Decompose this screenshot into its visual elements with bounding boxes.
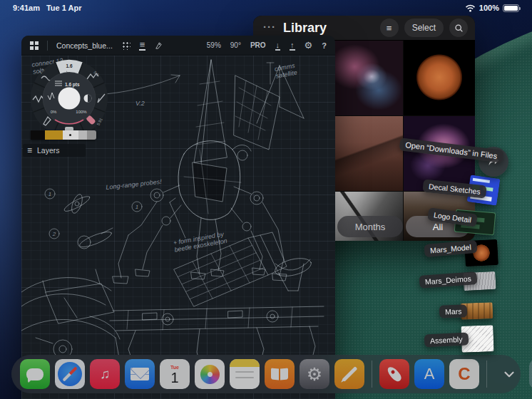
pen-mode-icon[interactable] [154,41,163,50]
chevron-down-icon [501,366,517,382]
dock-divider [372,361,372,388]
search-icon [454,24,464,33]
dock-icon-messages[interactable] [20,359,50,389]
segment-months[interactable]: Months [337,216,403,237]
status-bar: 9:41am Tue 1 Apr 100% [0,0,532,16]
mail-envelope-icon [131,368,149,380]
ipad-screen: 9:41am Tue 1 Apr 100% ··· Library ≡ [0,0,532,399]
pen-icon [342,366,357,382]
opacity-min-label: 0% [51,110,57,114]
safari-compass-icon [58,362,82,386]
dock-icon-music[interactable]: ♫ [90,359,120,389]
status-time: 9:41am [13,4,40,12]
status-date: Tue 1 Apr [46,4,82,12]
dock-icon-app-store[interactable]: A [414,359,444,389]
opacity-max-label: 100% [76,110,87,114]
circled-number-2: 2 [52,231,56,237]
filter-button[interactable]: ≡ [380,19,399,37]
photos-flower-icon [200,365,220,384]
gear-icon: ⚙ [307,364,322,385]
wifi-icon [465,4,476,12]
help-button[interactable]: ? [322,41,327,50]
open-book-icon [271,368,288,380]
dock-icon-notes[interactable] [230,359,260,389]
active-tool-size: 1.6 [66,63,72,68]
stroke-size-label[interactable]: 1.6 pts [65,82,80,88]
drag-label: Assembly [424,332,469,347]
grid-settings-icon[interactable] [121,41,131,50]
photos-title: Library [283,21,327,36]
circled-number-1b: 1 [135,204,138,210]
battery-percent: 100% [479,4,499,12]
notes-header-strip [230,359,260,367]
dock-divider [486,361,487,388]
music-note-icon: ♫ [100,366,110,382]
dock-icon-photos[interactable] [195,359,225,389]
select-button[interactable]: Select [404,19,444,37]
dock-icon-rocket-app[interactable] [379,359,409,389]
photo-thumbnail-horsehead-nebula[interactable] [332,41,403,115]
color-palette-bar[interactable] [31,130,96,140]
photo-thumbnail-mars-hills[interactable] [332,116,403,191]
dock-icon-calendar[interactable]: Tue 1 [160,359,190,389]
layers-panel-toggle[interactable]: ≡ Layers [23,144,86,157]
dock-icon-app-library[interactable] [529,359,532,389]
swatch-white-selected[interactable] [63,130,78,140]
battery-icon [503,4,519,12]
app-menu-icon[interactable] [30,41,39,50]
document-title[interactable]: Concepts_blue... [56,41,113,50]
view-mode-icon[interactable]: ≡ [139,41,146,51]
search-button[interactable] [449,19,468,37]
window-options-button[interactable]: ··· [263,21,276,33]
zoom-level[interactable]: 59% [207,41,221,49]
dock-icon-mail[interactable] [125,359,155,389]
import-button[interactable]: ↓ [275,41,281,51]
circled-number-1: 1 [48,191,51,197]
dock-collapse-button[interactable] [494,359,524,389]
settings-gear-icon[interactable]: ⚙ [305,40,313,51]
dock-icon-safari[interactable] [55,359,85,389]
dock-icon-settings[interactable]: ⚙ [300,359,329,389]
rotation-value[interactable]: 90° [230,41,241,49]
app-store-a-icon: A [424,365,435,383]
dock-icon-drawing-app[interactable] [334,359,364,389]
swatch-black[interactable] [31,130,45,140]
layers-icon: ≡ [27,145,32,155]
annotation-version: V.2 [135,100,145,107]
swatch-light-gray[interactable] [78,130,87,140]
tool-wheel[interactable]: 1.0 5.5 5.91 6.11 1.6 1.6 pts 0% 100% [29,58,109,138]
concepts-app-window: Concepts_blue... ≡ 59% 90° PRO ↓ ↑ ⚙ ? [21,36,335,399]
messages-bubble-icon [26,368,44,380]
pro-badge[interactable]: PRO [250,41,266,49]
export-button[interactable]: ↑ [290,41,295,51]
drawing-canvas[interactable]: 1 2 1 connect 12 solar V.2 comms satelli… [21,56,335,399]
swatch-gray[interactable] [87,130,96,140]
concepts-titlebar: Concepts_blue... ≡ 59% 90° PRO ↓ ↑ ⚙ ? [21,36,335,56]
swatch-gold[interactable] [45,130,63,140]
dock-icon-books[interactable] [265,359,295,389]
dock-icon-cinema4d[interactable]: C [449,359,479,389]
photo-thumbnail-mars-planet[interactable] [404,41,475,115]
calendar-day: 1 [170,370,178,385]
c-logo-icon: C [458,364,470,384]
color-well[interactable] [58,88,81,110]
rocket-icon [386,365,404,383]
dock: ♫ Tue 1 ⚙ A C [11,355,521,393]
layers-label: Layers [37,146,60,155]
drag-label: Mars [439,304,468,318]
